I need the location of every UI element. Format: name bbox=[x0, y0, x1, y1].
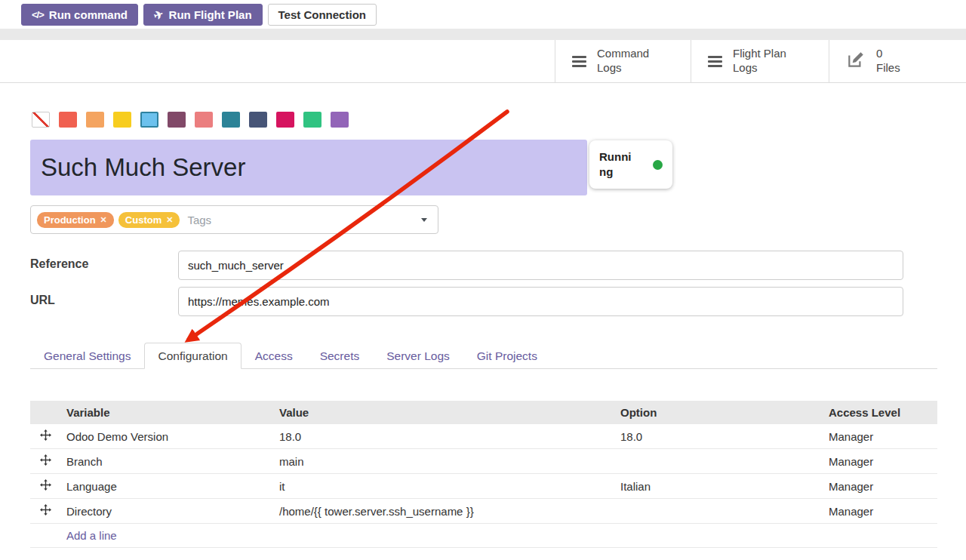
server-form-page: </> Run command ✈ Run Flight Plan Test C… bbox=[0, 0, 966, 560]
cell-option[interactable]: Italian bbox=[614, 474, 823, 499]
tab-general-settings[interactable]: General Settings bbox=[30, 343, 144, 369]
color-swatch[interactable] bbox=[222, 112, 240, 128]
color-swatch[interactable] bbox=[276, 112, 294, 128]
color-swatch[interactable] bbox=[195, 112, 213, 128]
cell-option[interactable] bbox=[614, 499, 823, 524]
status-card: Running bbox=[589, 140, 672, 189]
header-band: Command Logs Flight Plan Logs 0 Files bbox=[0, 40, 966, 83]
files-label: 0 Files bbox=[876, 47, 900, 75]
reference-label: Reference bbox=[30, 257, 88, 271]
table-row: Directory /home/{{ tower.server.ssh_user… bbox=[30, 499, 937, 524]
command-logs-button[interactable]: Command Logs bbox=[555, 40, 691, 82]
test-connection-label: Test Connection bbox=[278, 8, 366, 21]
drag-handle-icon[interactable] bbox=[30, 499, 60, 524]
table-header-row: Variable Value Option Access Level bbox=[30, 401, 937, 424]
tags-placeholder: Tags bbox=[187, 214, 211, 226]
cell-access[interactable]: Manager bbox=[823, 449, 937, 474]
column-header-value: Value bbox=[273, 401, 614, 424]
edit-icon bbox=[846, 50, 866, 72]
tag-label: Production bbox=[44, 214, 96, 226]
tag-pill[interactable]: Custom ✕ bbox=[118, 212, 180, 228]
url-input[interactable] bbox=[178, 287, 903, 316]
color-swatch[interactable] bbox=[59, 112, 77, 128]
flight-plan-logs-label: Flight Plan Logs bbox=[733, 47, 786, 75]
cell-access[interactable]: Manager bbox=[823, 499, 937, 524]
tab-configuration[interactable]: Configuration bbox=[144, 343, 241, 369]
cell-value[interactable]: 18.0 bbox=[273, 424, 614, 449]
status-dot bbox=[653, 160, 663, 170]
tab-secrets[interactable]: Secrets bbox=[306, 343, 374, 369]
menu-icon bbox=[708, 56, 722, 67]
tag-label: Custom bbox=[125, 214, 162, 226]
action-toolbar: </> Run command ✈ Run Flight Plan Test C… bbox=[0, 0, 966, 29]
table-row: Odoo Demo Version 18.0 18.0 Manager bbox=[30, 424, 937, 449]
drag-handle-icon[interactable] bbox=[30, 424, 60, 449]
run-flight-plan-label: Run Flight Plan bbox=[169, 8, 252, 21]
tab-git-projects[interactable]: Git Projects bbox=[463, 343, 551, 369]
color-swatch[interactable] bbox=[331, 112, 349, 128]
cell-access[interactable]: Manager bbox=[823, 474, 937, 499]
handle-column-header bbox=[30, 401, 60, 424]
cell-value[interactable]: main bbox=[273, 449, 614, 474]
files-button[interactable]: 0 Files bbox=[829, 40, 966, 82]
table-row: Language it Italian Manager bbox=[30, 474, 937, 499]
reference-input[interactable] bbox=[178, 251, 903, 280]
cell-variable[interactable]: Directory bbox=[60, 499, 273, 524]
color-swatch-none[interactable] bbox=[32, 112, 50, 128]
server-name-input[interactable] bbox=[30, 140, 587, 195]
run-command-button[interactable]: </> Run command bbox=[21, 4, 138, 26]
tab-bar: General Settings Configuration Access Se… bbox=[30, 343, 937, 369]
drag-handle-icon[interactable] bbox=[30, 449, 60, 474]
remove-tag-icon[interactable]: ✕ bbox=[166, 215, 173, 225]
color-swatch-row bbox=[32, 112, 349, 128]
cell-variable[interactable]: Language bbox=[60, 474, 273, 499]
color-swatch[interactable] bbox=[168, 112, 186, 128]
cell-option[interactable] bbox=[614, 449, 823, 474]
cell-variable[interactable]: Branch bbox=[60, 449, 273, 474]
column-header-variable: Variable bbox=[60, 401, 273, 424]
toolbar-divider bbox=[0, 29, 966, 40]
color-swatch[interactable] bbox=[113, 112, 131, 128]
plane-icon: ✈ bbox=[152, 7, 165, 23]
cell-value[interactable]: /home/{{ tower.server.ssh_username }} bbox=[273, 499, 614, 524]
run-command-label: Run command bbox=[49, 8, 128, 21]
add-a-line-link[interactable]: Add a line bbox=[66, 529, 117, 542]
tag-pill[interactable]: Production ✕ bbox=[37, 212, 114, 228]
test-connection-button[interactable]: Test Connection bbox=[268, 4, 377, 26]
tab-access[interactable]: Access bbox=[242, 343, 306, 369]
color-swatch[interactable] bbox=[249, 112, 267, 128]
run-flight-plan-button[interactable]: ✈ Run Flight Plan bbox=[143, 4, 263, 26]
cell-access[interactable]: Manager bbox=[823, 424, 937, 449]
url-label: URL bbox=[30, 294, 55, 307]
column-header-option: Option bbox=[614, 401, 823, 424]
menu-icon bbox=[572, 56, 586, 67]
color-swatch[interactable] bbox=[303, 112, 321, 128]
chevron-down-icon[interactable] bbox=[421, 218, 427, 222]
cell-option[interactable]: 18.0 bbox=[614, 424, 823, 449]
remove-tag-icon[interactable]: ✕ bbox=[100, 215, 107, 225]
add-line-row: Add a line bbox=[30, 524, 937, 548]
drag-handle-icon[interactable] bbox=[30, 474, 60, 499]
status-label: Running bbox=[599, 149, 637, 180]
tab-server-logs[interactable]: Server Logs bbox=[373, 343, 463, 369]
cell-value[interactable]: it bbox=[273, 474, 614, 499]
flight-plan-logs-button[interactable]: Flight Plan Logs bbox=[691, 40, 829, 82]
tags-field[interactable]: Production ✕ Custom ✕ Tags bbox=[30, 205, 438, 234]
table-row: Branch main Manager bbox=[30, 449, 937, 474]
column-header-access: Access Level bbox=[823, 401, 937, 424]
empty-cell bbox=[30, 524, 60, 548]
command-logs-label: Command Logs bbox=[597, 47, 649, 75]
color-swatch[interactable] bbox=[140, 112, 158, 128]
config-variables-table: Variable Value Option Access Level Odoo … bbox=[30, 401, 937, 548]
cell-variable[interactable]: Odoo Demo Version bbox=[60, 424, 273, 449]
color-swatch[interactable] bbox=[86, 112, 104, 128]
code-icon: </> bbox=[32, 9, 44, 20]
